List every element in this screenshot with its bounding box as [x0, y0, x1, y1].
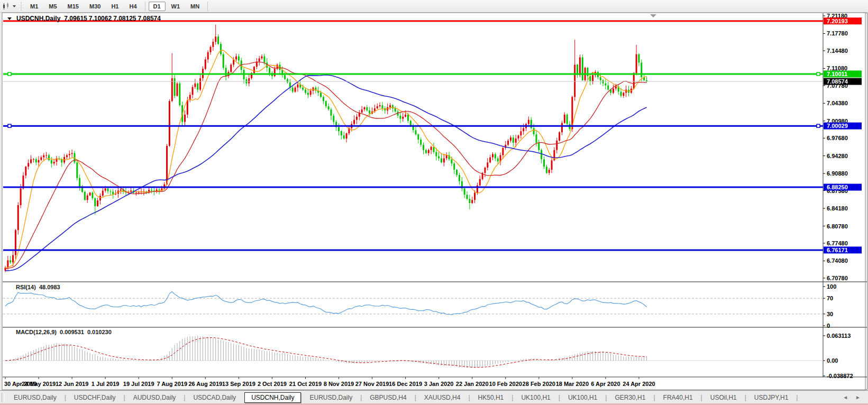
candle-body	[7, 260, 8, 268]
hline-handle[interactable]	[817, 124, 820, 127]
candle-body	[20, 188, 22, 205]
candle-body	[151, 190, 152, 190]
candle-body	[379, 105, 381, 106]
candle-body	[69, 154, 70, 155]
candle-body	[305, 90, 306, 93]
chart-tab-ger30-h1[interactable]: GER30,H1	[607, 392, 653, 403]
price-tick-label: 6.74080	[827, 257, 848, 264]
candle-body	[607, 86, 609, 90]
candle-body	[30, 159, 32, 163]
candle-body	[587, 68, 588, 76]
date-tick-label: 10 Feb 2020	[489, 381, 522, 387]
candle-body	[531, 120, 532, 128]
candle-body	[84, 192, 86, 200]
candle-body	[356, 117, 358, 120]
chart-tab-usoil-h1[interactable]: USOil,H1	[703, 392, 744, 403]
candle-body	[166, 146, 168, 185]
candle-body	[518, 135, 519, 139]
candle-body	[561, 123, 563, 133]
candle-body	[53, 162, 55, 163]
price-chart-canvas[interactable]: 7.211807.177807.144807.110807.077807.043…	[0, 0, 868, 390]
candle-body	[479, 179, 481, 186]
rsi-name: RSI(14)	[16, 284, 36, 290]
chart-tab-usdcnh-daily[interactable]: USDCNH,Daily	[244, 392, 301, 403]
tabs-scroll-left-icon[interactable]: ◄	[843, 394, 848, 400]
candle-body	[35, 159, 37, 162]
candle-body	[438, 156, 440, 158]
chart-tab-usdcad-daily[interactable]: USDCAD,Daily	[186, 392, 243, 403]
chart-tab-eurusd-daily[interactable]: EURUSD,Daily	[6, 392, 64, 403]
date-tick-label: 24 Apr 2020	[623, 381, 655, 387]
chart-tab-xauusd-h4[interactable]: XAUUSD,H4	[417, 392, 468, 403]
chart-tab-hk50-h1[interactable]: HK50,H1	[471, 392, 511, 403]
chart-tab-gbpusd-h4[interactable]: GBPUSD,H4	[362, 392, 414, 403]
candle-body	[284, 75, 286, 79]
date-tick-label: 3 Jan 2020	[424, 381, 454, 387]
ohlc-open: 7.09615	[64, 15, 87, 22]
chart-tab-uk100-h1[interactable]: UK100,H1	[561, 392, 605, 403]
candle-body	[538, 143, 540, 150]
candle-body	[259, 58, 260, 61]
candle-body	[469, 199, 470, 203]
candle-body	[369, 111, 370, 114]
candle-body	[263, 57, 265, 63]
candle-body	[210, 47, 212, 52]
candle-body	[559, 132, 560, 141]
candle-body	[10, 260, 11, 262]
candle-body	[112, 191, 114, 194]
price-tick-label: 7.04380	[827, 100, 848, 106]
candle-body	[471, 200, 473, 203]
price-tick-label: 6.97680	[827, 135, 848, 141]
candle-body	[592, 75, 593, 81]
candle-body	[474, 192, 476, 200]
chart-tab-usdchf-daily[interactable]: USDCHF,Daily	[67, 392, 123, 403]
candle-body	[638, 54, 639, 63]
candle-body	[343, 135, 345, 139]
chart-tab-usdjpy-h1[interactable]: USDJPY,H1	[747, 392, 796, 403]
hline-handle[interactable]	[817, 72, 820, 76]
candle-body	[451, 159, 452, 163]
candle-body	[253, 67, 255, 73]
candle-body	[353, 120, 355, 124]
candle-body	[620, 91, 622, 96]
candle-body	[623, 93, 624, 96]
date-tick-label: 18 Mar 2020	[556, 381, 589, 387]
candle-body	[528, 120, 529, 124]
ohlc-close: 7.08574	[138, 15, 161, 22]
candle-body	[574, 65, 575, 97]
candle-body	[425, 150, 427, 153]
candle-body	[192, 87, 194, 95]
hline-handle[interactable]	[8, 124, 11, 127]
candle-body	[361, 109, 363, 113]
tab-separator: |	[796, 394, 798, 401]
candle-body	[366, 107, 368, 111]
candle-body	[97, 200, 98, 206]
candle-body	[495, 154, 496, 159]
candle-body	[28, 163, 29, 167]
candle-body	[441, 158, 442, 162]
candle-body	[453, 163, 455, 170]
chart-tab-fra40-h1[interactable]: FRA40,H1	[656, 392, 700, 403]
date-tick-label: 19 Jul 2019	[123, 381, 154, 387]
candle-body	[333, 116, 334, 122]
macd-label: MACD(12,26,9) 0.009531 0.010230	[16, 329, 112, 335]
tabs-scroll-right-icon[interactable]: ►	[855, 394, 861, 400]
price-badge-label: 6.88250	[827, 184, 848, 190]
price-tick-label: 7.17780	[827, 30, 848, 36]
candle-body	[176, 84, 178, 96]
chart-tab-uk100-h1[interactable]: UK100,H1	[514, 392, 558, 403]
candle-body	[153, 190, 155, 191]
date-tick-label: 26 Aug 2019	[188, 381, 222, 387]
collapse-caret-icon[interactable]	[7, 17, 12, 20]
chart-tab-audusd-daily[interactable]: AUDUSD,Daily	[126, 392, 184, 403]
candle-body	[223, 54, 224, 68]
candle-body	[533, 128, 535, 134]
candle-body	[346, 133, 348, 139]
candle-body	[543, 159, 545, 167]
date-tick-label: 27 Nov 2019	[355, 381, 389, 387]
chart-tab-eurusd-daily[interactable]: EURUSD,Daily	[302, 392, 360, 403]
candle-body	[435, 152, 437, 157]
candle-body	[564, 115, 565, 123]
date-tick-label: 12 Jun 2019	[56, 381, 88, 387]
hline-handle[interactable]	[8, 72, 11, 76]
